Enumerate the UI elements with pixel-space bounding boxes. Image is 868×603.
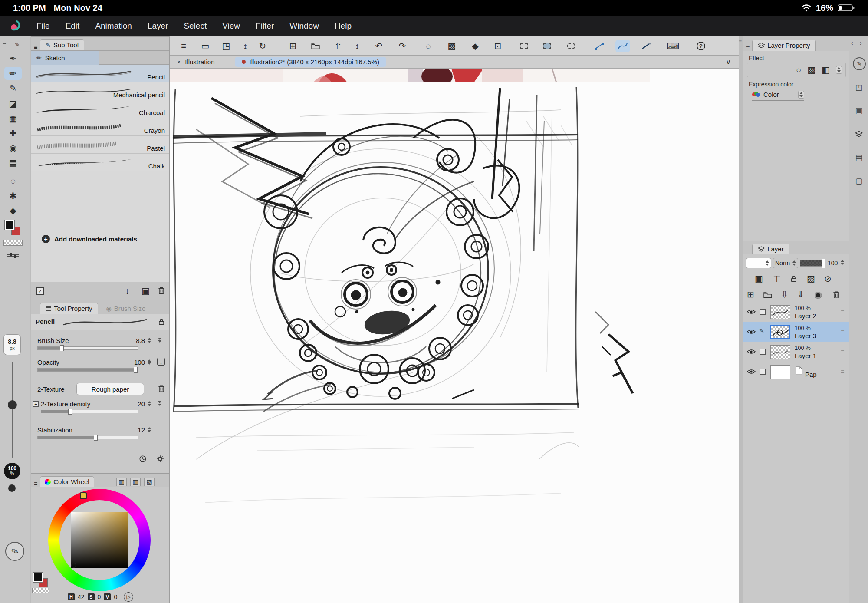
frame-select-icon[interactable]: ◳ [219,40,233,52]
brush-pencil[interactable]: Pencil [31,65,169,82]
swap-updown-icon[interactable]: ↕ [238,40,253,52]
dotted-circle-icon[interactable]: ◌ [421,40,436,52]
texture-delete-icon[interactable] [158,385,165,392]
visibility-eye-icon[interactable] [747,369,756,374]
rail-navigator-icon[interactable]: ◳ [853,82,865,93]
undo-icon[interactable]: ↶ [372,40,386,52]
layer-grip[interactable]: ≡ [841,349,844,355]
main-color-swatch[interactable] [4,220,15,230]
paper-thumbnail[interactable] [770,365,790,379]
layer-row-paper[interactable]: Pap ≡ [743,362,849,382]
new-folder-icon[interactable] [763,292,772,298]
tool-marker[interactable]: ✎ [4,82,22,95]
transparent-color-swatch[interactable] [3,240,23,246]
lock-alpha-icon[interactable]: ▨ [807,274,815,283]
clip-studio-logo-icon[interactable] [10,20,23,33]
hue-knob[interactable] [80,492,87,499]
tool-pencil[interactable]: ✏ [4,67,22,80]
rotate-canvas-icon[interactable]: ↻ [255,40,270,52]
opacity-slider[interactable] [37,368,138,372]
effect-stepper[interactable] [836,66,842,74]
layer-row-layer3-selected[interactable]: ✎ 100 % Layer 3 ≡ [743,322,849,342]
export-icon[interactable]: ⇧ [331,40,345,52]
save-subtool-icon[interactable]: ↓ [125,287,129,295]
opacity-badge[interactable]: 100 % [4,463,20,479]
menu-edit[interactable]: Edit [58,21,88,31]
tool-pen[interactable]: ✒ [4,52,22,65]
texture-density-stepper[interactable] [148,401,151,406]
brush-charcoal[interactable]: Charcoal [31,100,169,118]
brush-size-slider-track[interactable] [12,362,13,458]
tab-list-chevron-icon[interactable]: ∨ [726,59,731,66]
tab-illustration2-active[interactable]: Illustration2* (3840 x 2160px 144dpi 167… [235,57,386,67]
lp-panel-menu-icon[interactable]: ≡ [746,45,750,51]
tool-pattern[interactable]: ▦ [4,112,22,125]
menu-layer[interactable]: Layer [140,21,176,31]
layer-panel-menu-icon[interactable]: ≡ [746,248,750,254]
brush-pastel[interactable]: Pastel [31,136,169,154]
ruler-pen-icon[interactable] [639,40,654,52]
reorder-icon[interactable]: ↕ [350,40,365,52]
layer-thumbnail[interactable] [770,345,790,359]
add-downloaded-materials[interactable]: + Add downloaded materials [42,235,137,243]
select-invert-icon[interactable] [540,40,555,52]
duplicate-subtool-icon[interactable]: ▣ [141,287,150,295]
tab-brush-size[interactable]: ◉ Brush Size [101,303,151,314]
subtool-panel-menu-icon[interactable]: ≡ [34,44,37,50]
visibility-eye-icon[interactable] [747,309,756,314]
layer-grip[interactable]: ≡ [841,369,844,375]
tool-eraser[interactable]: ◪ [4,97,22,110]
help-icon[interactable]: ? [694,40,708,52]
color-main-swatch[interactable] [33,572,43,583]
lock-icon[interactable] [158,318,165,325]
tab-illustration[interactable]: Illustration [185,58,214,66]
rail-chevron-right-icon[interactable]: › [860,40,862,46]
rail-history-icon[interactable]: ▤ [853,152,865,163]
transfer-down-icon[interactable]: ⇩ [781,290,788,299]
right-panel-grip[interactable]: ≡ [739,39,742,44]
clip-at-layer-icon[interactable]: ▣ [755,274,763,283]
opacity-stepper[interactable] [148,359,151,365]
quick-access-icon[interactable]: ✎ [853,57,866,70]
draft-layer-icon[interactable]: ⊘ [824,274,832,283]
menu-window[interactable]: Window [282,21,327,31]
curve-tool-icon[interactable] [615,40,630,52]
menu-select[interactable]: Select [176,21,214,31]
color-panel-menu-icon[interactable]: ≡ [34,481,37,487]
blob-brush-icon[interactable]: ◆ [468,40,483,52]
effect-border-icon[interactable]: ○ [796,66,801,74]
keyboard-icon[interactable]: ⌨ [666,40,681,52]
layer-opacity-stepper[interactable] [841,260,844,265]
menu-help[interactable]: Help [327,21,359,31]
brush-size-indicator[interactable]: 8.8 px [3,334,21,355]
deselect-icon[interactable] [516,40,531,52]
canvas-sketch-artwork[interactable] [170,69,739,603]
menu-file[interactable]: File [29,21,58,31]
opacity-slider-knob[interactable] [8,484,16,492]
tool-bucket[interactable]: ◆ [4,204,22,217]
canvas-viewport[interactable] [170,69,739,603]
brush-size-slider-knob[interactable] [8,400,17,409]
subtool-tab[interactable]: ✎ Sub Tool [40,39,84,50]
brush-size-stepper[interactable] [148,338,151,343]
navigate-gizmo[interactable]: ✎ [5,542,24,561]
lock-layer-icon[interactable] [790,275,797,282]
merge-down-icon[interactable]: ⇓ [797,290,805,299]
light-table-icon[interactable] [815,292,822,299]
layer-row-layer1[interactable]: 100 % Layer 1 ≡ [743,342,849,362]
brush-chalk[interactable]: Chalk [31,154,169,171]
rail-chevron-left-icon[interactable]: ‹ [851,40,853,46]
tp-panel-menu-icon[interactable]: ≡ [34,308,37,314]
layer-checkbox[interactable] [760,349,766,355]
layer-checkbox[interactable] [760,309,766,315]
tool-blend[interactable]: ◉ [4,142,22,155]
select-border-icon[interactable] [563,40,578,52]
mixer-icon[interactable] [7,253,19,259]
settings-gear-icon[interactable] [156,455,164,463]
brush-crayon[interactable]: Crayon [31,118,169,136]
rail-pen-header-icon[interactable]: ✎ [15,42,20,48]
stabilization-slider[interactable] [37,436,138,439]
layer-grip[interactable]: ≡ [841,309,844,315]
opacity-dynamics-icon[interactable]: ↓ [157,358,165,366]
visibility-eye-icon[interactable] [747,349,756,354]
